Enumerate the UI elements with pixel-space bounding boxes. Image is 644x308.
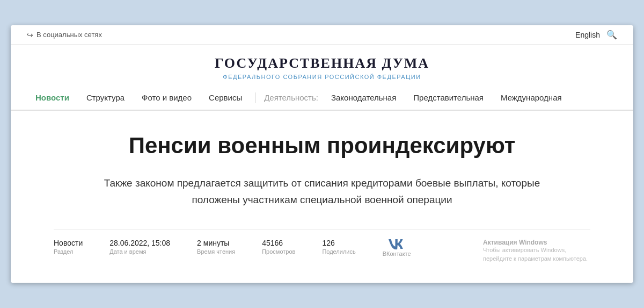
meta-readtime-label: Время чтения [197,248,235,255]
meta-section-label: Раздел [54,248,83,255]
meta-views-value: 45166 [262,239,295,247]
article-title: Пенсии военным проиндексируют [54,132,590,159]
activity-label: Деятельность: [260,85,323,110]
meta-datetime-value: 28.06.2022, 15:08 [109,239,170,247]
nav-item-representative[interactable]: Представительная [405,85,492,110]
meta-shares: 126 Поделились [322,239,355,255]
windows-activation-notice: Активация Windows Чтобы активировать Win… [483,239,590,263]
site-header: ГОСУДАРСТВЕННАЯ ДУМА ФЕДЕРАЛЬНОГО СОБРАН… [11,45,633,85]
main-navigation: Новости Структура Фото и видео Сервисы Д… [11,85,633,111]
article-meta: Новости Раздел 28.06.2022, 15:08 Дата и … [54,230,590,263]
meta-views-label: Просмотров [262,248,295,255]
nav-divider [255,92,255,103]
nav-item-legislative[interactable]: Законодательная [323,85,405,110]
site-title-main: ГОСУДАРСТВЕННАЯ ДУМА [27,55,617,71]
meta-datetime-label: Дата и время [109,248,170,255]
top-bar: ↪ В социальных сетях English 🔍 [11,25,633,45]
vk-icon [388,239,405,249]
article-subtitle: Также законом предлагается защитить от с… [80,175,564,208]
windows-activation-body: Чтобы активировать Windows, перейдите к … [483,246,590,263]
meta-shares-value: 126 [322,239,355,247]
meta-shares-label: Поделились [322,248,355,255]
meta-views: 45166 Просмотров [262,239,295,255]
main-content: Пенсии военным проиндексируют Также зако… [11,111,633,283]
meta-section: Новости Раздел [54,239,83,255]
nav-item-structure[interactable]: Структура [78,85,133,110]
share-section: ↪ В социальных сетях [27,31,102,39]
browser-window: ↪ В социальных сетях English 🔍 ГОСУДАРСТ… [11,25,633,283]
search-button[interactable]: 🔍 [606,30,617,40]
top-bar-right: English 🔍 [575,30,617,40]
meta-section-value: Новости [54,239,83,247]
nav-item-news[interactable]: Новости [27,85,78,110]
vk-share-button[interactable]: ВКонтакте [383,239,411,257]
share-icon[interactable]: ↪ [27,31,33,39]
meta-readtime: 2 минуты Время чтения [197,239,235,255]
nav-item-international[interactable]: Международная [492,85,570,110]
share-label: В социальных сетях [36,31,102,39]
nav-item-media[interactable]: Фото и видео [133,85,200,110]
meta-datetime: 28.06.2022, 15:08 Дата и время [109,239,170,255]
language-switcher[interactable]: English [575,31,600,39]
meta-readtime-value: 2 минуты [197,239,235,247]
nav-item-services[interactable]: Сервисы [200,85,251,110]
windows-activation-title: Активация Windows [483,239,590,246]
site-title-sub: ФЕДЕРАЛЬНОГО СОБРАНИЯ РОССИЙСКОЙ ФЕДЕРАЦ… [27,74,617,80]
vk-label: ВКонтакте [383,250,411,257]
